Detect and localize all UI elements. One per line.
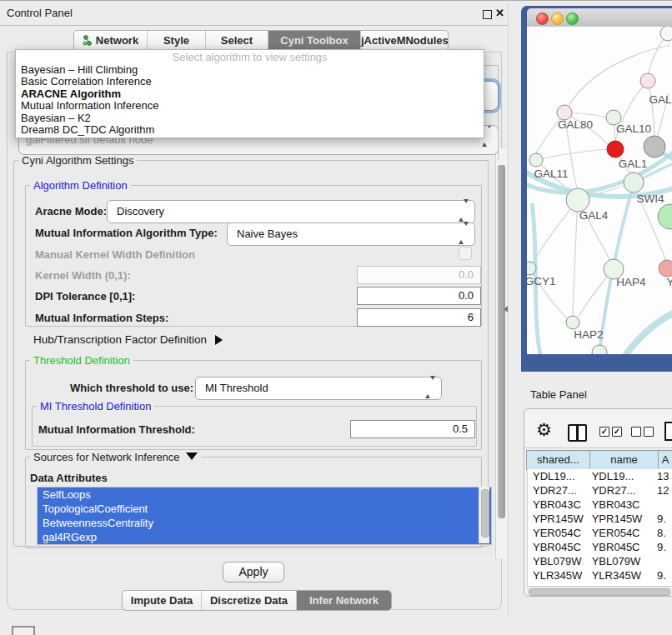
tab-jactivemnodules[interactable]: jActiveMNodules <box>361 31 448 50</box>
scrollbar-thumb[interactable] <box>481 489 489 538</box>
algorithm-option[interactable]: ARACNE Algorithm <box>16 88 484 100</box>
float-window-icon[interactable] <box>483 10 492 19</box>
column-header-name[interactable]: name <box>590 451 659 469</box>
dpi-tolerance-field[interactable]: 0.0 <box>357 287 481 305</box>
mi-threshold-label: Mutual Information Threshold: <box>38 423 195 436</box>
minimized-panel-icon[interactable] <box>12 626 35 635</box>
table-row[interactable]: YPR145WYPR145W9. <box>528 512 672 526</box>
tab-impute-data[interactable]: Impute Data <box>123 591 202 610</box>
minimize-button[interactable] <box>551 12 564 25</box>
settings-vertical-scrollbar[interactable] <box>495 148 507 558</box>
hub-section-toggle[interactable]: Hub/Transcription Factor Definition <box>33 333 223 346</box>
network-node[interactable] <box>659 260 672 277</box>
table-cell: YDL19... <box>589 469 655 483</box>
dpi-tolerance-label: DPI Tolerance [0,1]: <box>35 290 135 302</box>
table-row[interactable]: YER054CYER054C8. <box>528 526 672 540</box>
zoom-button[interactable] <box>566 12 579 25</box>
control-panel-tabbar: Network Style Select Cyni Toolbox jActiv… <box>73 30 449 51</box>
tab-cyni-toolbox[interactable]: Cyni Toolbox <box>268 31 361 50</box>
unchecked-checkbox-icon[interactable] <box>631 427 641 437</box>
network-window-titlebar[interactable] <box>527 8 672 28</box>
network-node[interactable] <box>607 141 624 158</box>
mi-type-label: Mutual Information Algorithm Type: <box>35 227 218 239</box>
scrollbar-thumb[interactable] <box>498 165 505 518</box>
network-node[interactable] <box>566 316 579 329</box>
tab-network[interactable]: Network <box>74 31 148 50</box>
table-row[interactable]: YBR045CYBR045C9. <box>528 540 672 554</box>
network-node[interactable] <box>660 27 672 41</box>
attribute-item[interactable]: SelfLoops <box>38 488 491 502</box>
network-node[interactable] <box>527 262 536 275</box>
table-cell: YLR345W <box>528 568 589 582</box>
table-horizontal-scrollbar[interactable] <box>527 586 672 596</box>
sources-group-title[interactable]: Sources for Network Inference <box>30 451 201 463</box>
column-header-shared-name[interactable]: shared... <box>527 451 590 469</box>
which-threshold-combobox[interactable]: MI Threshold <box>195 377 442 400</box>
attribute-list-scrollbar[interactable] <box>479 487 489 543</box>
network-node[interactable] <box>566 188 589 212</box>
checked-checkbox-icon[interactable]: ✓ <box>612 427 622 437</box>
close-icon[interactable]: ✕ <box>495 7 504 19</box>
which-threshold-label: Which threshold to use: <box>70 382 193 394</box>
network-node-label: SWI4 <box>636 192 664 205</box>
aracne-mode-label: Aracne Mode: <box>35 205 107 218</box>
table-panel-title: Table Panel <box>530 388 587 401</box>
algorithm-option[interactable]: Bayesian – Hill Climbing <box>16 64 484 76</box>
unchecked-checkbox-icon[interactable] <box>644 427 654 437</box>
tab-infer-network[interactable]: Infer Network <box>297 591 391 610</box>
network-window[interactable]: GALGAL80GAL10GAL1GAL11SWI4GAL4GCY1HAP4YH… <box>521 6 672 372</box>
gear-icon[interactable]: ⚙ <box>536 420 552 440</box>
checked-checkbox-icon[interactable]: ✓ <box>599 427 609 437</box>
attribute-item[interactable]: BetweennessCentrality <box>38 516 491 530</box>
table-cell: YBL079W <box>528 554 589 568</box>
table-cell <box>655 498 672 512</box>
data-attributes-list[interactable]: SelfLoopsTopologicalCoefficientBetweenne… <box>37 487 492 545</box>
scrollbar-thumb[interactable] <box>529 588 670 596</box>
table-cell: YER054C <box>528 526 589 540</box>
apply-button[interactable]: Apply <box>223 562 284 582</box>
table-body[interactable]: YDL19...YDL19...13YDR27...YDR27...12YBR0… <box>527 469 672 586</box>
close-button[interactable] <box>536 12 549 25</box>
kernel-width-label: Kernel Width (0,1): <box>35 269 131 282</box>
algorithm-option[interactable]: Basic Correlation Inference <box>16 76 484 88</box>
network-node[interactable] <box>624 172 644 192</box>
splitter-collapse-arrow[interactable] <box>504 306 508 312</box>
manual-kernel-label: Manual Kernel Width Definition <box>35 248 195 261</box>
tab-select[interactable]: Select <box>206 31 268 50</box>
tab-style[interactable]: Style <box>148 31 206 50</box>
attribute-item[interactable]: gal4RGexp <box>38 530 491 544</box>
algorithm-option[interactable]: Bayesian – K2 <box>16 112 484 124</box>
table-cell: YBR043C <box>528 498 589 512</box>
table-cell: YER054C <box>589 526 655 540</box>
attribute-item[interactable]: TopologicalCoefficient <box>38 502 491 516</box>
mi-threshold-field[interactable]: 0.5 <box>350 420 475 438</box>
network-node-label: GAL11 <box>534 168 568 180</box>
network-node[interactable] <box>529 153 543 167</box>
table-row[interactable]: YLR345WYLR345W9. <box>528 568 672 582</box>
table-row[interactable]: YDR27...YDR27...12 <box>528 483 672 498</box>
network-node-label: GAL80 <box>558 118 593 131</box>
table-row[interactable]: YBL079WYBL079W <box>528 554 672 568</box>
mi-type-combobox[interactable]: Naive Bayes <box>227 222 475 246</box>
algorithm-option[interactable]: Dream8 DC_TDC Algorithm <box>16 124 484 136</box>
network-node[interactable] <box>592 345 607 354</box>
column-header-partial[interactable]: A <box>659 451 672 469</box>
table-row[interactable]: YBR043CYBR043C <box>528 498 672 512</box>
tab-discretize-data[interactable]: Discretize Data <box>202 591 297 610</box>
network-node[interactable] <box>640 73 655 88</box>
table-cell: 12 <box>655 483 672 498</box>
aracne-mode-combobox[interactable]: Discovery <box>107 200 475 223</box>
network-node-label: GAL4 <box>579 209 609 222</box>
network-canvas[interactable]: GALGAL80GAL10GAL1GAL11SWI4GAL4GCY1HAP4YH… <box>527 27 672 354</box>
document-icon[interactable] <box>664 422 672 441</box>
algorithm-option[interactable]: Mutual Information Inference <box>16 100 484 112</box>
table-row[interactable]: YDL19...YDL19...13 <box>528 469 672 483</box>
algorithm-dropdown-list: Bayesian – Hill ClimbingBasic Correlatio… <box>16 64 484 136</box>
network-node-label: GAL <box>649 93 672 106</box>
mi-steps-field[interactable]: 6 <box>357 308 481 327</box>
tab-label: Infer Network <box>309 594 379 607</box>
mi-threshold-group-title: MI Threshold Definition <box>37 400 154 412</box>
network-node[interactable] <box>644 136 665 158</box>
network-node[interactable] <box>658 204 672 229</box>
columns-icon[interactable] <box>568 424 587 442</box>
